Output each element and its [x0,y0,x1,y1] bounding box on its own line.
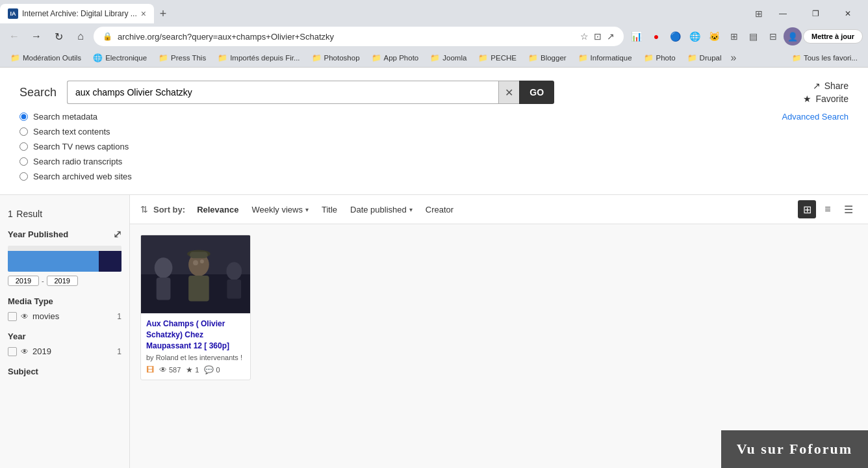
folder-icon: 📁 [644,53,654,62]
movies-count: 1 [117,312,121,321]
result-info: Aux Champs ( Olivier Schatzky) Chez Maup… [141,313,250,380]
bookmark-press-this[interactable]: 📁 Press This [153,52,211,64]
year-from-input[interactable] [8,276,39,286]
folder-icon: 📁 [218,53,227,62]
search-metadata-label[interactable]: Search metadata [33,112,97,122]
page-content: Search ✕ GO ↗ Share ★ Favorite [0,68,868,468]
sort-weekly-views[interactable]: Weekly views ▾ [245,202,315,217]
year-chart[interactable] [8,246,121,272]
search-web-label[interactable]: Search archived web sites [33,172,132,181]
home-button[interactable]: ⌂ [71,27,90,46]
year-2019-checkbox[interactable] [8,347,17,356]
bookmark-joomla[interactable]: 📁 Joomla [425,52,472,64]
folder-icon: 📁 [528,53,538,62]
sidebar-toggle-icon[interactable]: ▤ [745,27,763,46]
back-button[interactable]: ← [5,27,23,46]
maximize-button[interactable]: ❐ [800,4,830,23]
bookmark-drupal[interactable]: 📁 Drupal [682,52,727,64]
svg-rect-5 [188,276,209,302]
search-tv-label[interactable]: Search TV news captions [33,142,129,151]
views-count: 587 [169,366,181,374]
extension-icon-2[interactable]: 🔵 [667,27,685,46]
screen-capture-icon[interactable]: ⊡ [594,31,602,42]
search-label: Search [19,86,57,99]
favorite-button[interactable]: ★ Favorite [803,94,849,104]
chevron-down-icon: ▾ [409,206,413,213]
tab-bar: IA Internet Archive: Digital Library ...… [0,0,868,23]
search-go-button[interactable]: GO [519,81,554,104]
address-bar-row: ← → ↻ ⌂ 🔒 archive.org/search?query=aux+c… [0,23,868,49]
grid-view-button[interactable]: ⊞ [798,200,816,218]
address-bar[interactable]: 🔒 archive.org/search?query=aux+champs+Ol… [94,27,624,46]
year-2019-label: 2019 [32,346,113,356]
bookmark-peche[interactable]: 📁 PECHE [473,52,522,64]
search-option-text: Search text contents [19,127,849,136]
search-radio-radio[interactable] [19,157,28,166]
update-button[interactable]: Mettre à jour [803,29,863,44]
extension-icon-4[interactable]: 🐱 [706,27,724,46]
tab-search-btn[interactable]: ⊞ [750,8,768,19]
bookmark-moderation[interactable]: 📁 Modération Outils [5,52,86,64]
close-button[interactable]: ✕ [833,4,863,23]
window-controls: — ❐ ✕ [768,4,868,23]
profile-icon[interactable]: 👤 [784,27,802,46]
compact-list-view-button[interactable]: ≡ [819,200,837,218]
forward-button[interactable]: → [27,27,45,46]
year-published-expand-icon[interactable]: ⤢ [113,228,121,240]
extension-icon-3[interactable]: 🌐 [686,27,704,46]
minimize-button[interactable]: — [768,4,798,23]
search-input[interactable] [67,81,498,104]
search-metadata-radio[interactable] [19,112,28,121]
search-box-wrap: ✕ GO [67,81,554,104]
views-stat: 👁 587 [159,365,181,374]
bookmark-app-photo[interactable]: 📁 App Photo [366,52,424,64]
year-bar-highlight [99,251,121,272]
search-radio-label[interactable]: Search radio transcripts [33,157,122,166]
advanced-search-link[interactable]: Advanced Search [782,112,849,122]
sort-date-published[interactable]: Date published ▾ [344,202,419,217]
reload-button[interactable]: ↻ [49,27,68,46]
year-to-input[interactable] [47,276,78,286]
sort-creator[interactable]: Creator [419,202,460,217]
search-text-label[interactable]: Search text contents [33,127,110,136]
split-view-icon[interactable]: ⊟ [764,27,782,46]
extensions-puzzle-icon[interactable]: ⊞ [725,27,743,46]
sort-relevance[interactable]: Relevance [190,202,245,217]
search-clear-button[interactable]: ✕ [498,81,519,104]
search-web-radio[interactable] [19,172,28,181]
search-option-tv: Search TV news captions [19,142,849,151]
results-area: 1 Result Year Published ⤢ - [0,195,868,468]
more-bookmarks-button[interactable]: » [728,52,739,64]
bookmark-photoshop[interactable]: 📁 Photoshop [307,52,365,64]
share-page-icon[interactable]: ↗ [607,31,615,42]
year-2019[interactable]: 👁 2019 1 [8,346,121,356]
media-type-movies[interactable]: 👁 movies 1 [8,311,121,321]
movies-label: movies [32,311,113,321]
bookmark-informatique[interactable]: 📁 Informatique [573,52,637,64]
result-card[interactable]: Aux Champs ( Olivier Schatzky) Chez Maup… [140,235,251,380]
bookmark-star-icon[interactable]: ☆ [580,31,589,42]
comment-icon: 💬 [204,365,214,374]
bookmark-blogger[interactable]: 📁 Blogger [523,52,572,64]
extension-icon-1[interactable]: ● [647,27,665,46]
search-row: Search ✕ GO ↗ Share ★ Favorite [19,81,849,104]
bookmark-electronique[interactable]: 🌐 Electronique [88,52,152,64]
all-favorites-button[interactable]: 📁 Tous les favori... [787,52,863,64]
clear-icon: ✕ [505,86,513,99]
search-tv-radio[interactable] [19,142,28,151]
bookmark-importes[interactable]: 📁 Importés depuis Fir... [212,52,305,64]
search-option-web: Search archived web sites [19,172,849,181]
browser-tab[interactable]: IA Internet Archive: Digital Library ...… [0,4,154,23]
eye-icon: 👁 [159,365,167,374]
detailed-list-view-button[interactable]: ☰ [839,200,858,218]
left-sidebar: 1 Result Year Published ⤢ - [0,195,130,468]
sort-title[interactable]: Title [315,202,344,217]
share-button[interactable]: ↗ Share [813,81,849,91]
bookmark-photo[interactable]: 📁 Photo [639,52,681,64]
year-range: - [8,276,121,286]
performance-icon[interactable]: 📊 [628,27,646,46]
search-text-radio[interactable] [19,127,28,136]
movies-checkbox[interactable] [8,312,17,321]
new-tab-button[interactable]: + [154,5,172,23]
tab-close-btn[interactable]: × [141,8,146,19]
